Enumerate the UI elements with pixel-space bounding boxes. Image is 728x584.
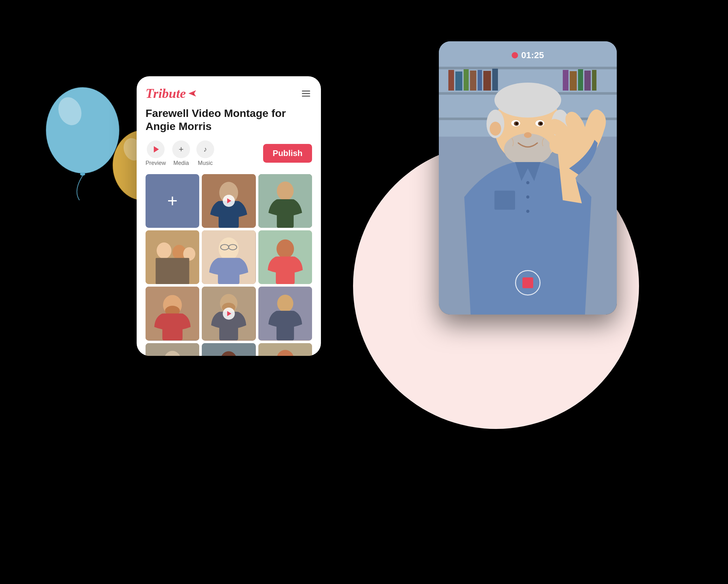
- person-image-3: [146, 230, 199, 284]
- media-item-6[interactable]: [146, 287, 199, 340]
- svg-point-81: [524, 132, 531, 138]
- left-phone-mockup: Tribute Farewell Video Montage for Angie…: [137, 76, 321, 356]
- svg-point-39: [277, 295, 293, 312]
- play-icon: [154, 146, 159, 153]
- add-media-button[interactable]: +: [146, 174, 199, 228]
- svg-rect-58: [470, 71, 476, 90]
- svg-point-72: [490, 122, 501, 136]
- video-title: Farewell Video Montage for Angie Morris: [146, 107, 312, 133]
- recording-indicator: 01:25: [512, 50, 544, 60]
- media-item-4[interactable]: [202, 230, 256, 284]
- svg-rect-56: [456, 72, 462, 90]
- right-phone-mockup: 01:25: [439, 41, 617, 315]
- tribute-logo: Tribute: [146, 86, 197, 101]
- svg-rect-52: [439, 67, 617, 69]
- play-circle-1: [223, 195, 235, 207]
- play-overlay-9: [146, 343, 199, 356]
- phone-header: Tribute: [146, 86, 312, 101]
- svg-rect-57: [464, 69, 469, 90]
- preview-label: Preview: [146, 160, 166, 166]
- svg-rect-61: [492, 69, 498, 90]
- svg-point-28: [277, 239, 294, 258]
- play-overlay-7: [202, 287, 256, 340]
- recording-timer: 01:25: [521, 50, 544, 60]
- music-icon-container: ♪: [197, 140, 214, 158]
- person-image-10: [202, 343, 256, 356]
- media-item-3[interactable]: [146, 230, 199, 284]
- svg-rect-20: [156, 258, 189, 284]
- stop-recording-button[interactable]: [515, 270, 541, 295]
- svg-point-17: [157, 242, 172, 259]
- menu-icon[interactable]: [300, 89, 312, 99]
- media-item-2[interactable]: [258, 174, 312, 228]
- person-image-4: [202, 230, 256, 284]
- media-item-7[interactable]: [202, 287, 256, 340]
- music-button[interactable]: ♪ Music: [197, 140, 214, 166]
- media-label: Media: [174, 160, 189, 166]
- svg-rect-66: [592, 70, 596, 90]
- logo-plane-icon: [188, 89, 197, 98]
- svg-rect-59: [477, 70, 482, 90]
- person-image-5: [258, 230, 312, 284]
- svg-rect-64: [578, 69, 583, 90]
- play-circle-7: [223, 308, 235, 320]
- svg-point-84: [526, 195, 529, 198]
- svg-rect-63: [570, 71, 577, 90]
- tribute-logo-text: Tribute: [146, 86, 186, 101]
- media-item-11[interactable]: [258, 343, 312, 356]
- svg-point-80: [540, 122, 542, 125]
- toolbar: Preview + Media ♪ Music Publish: [146, 140, 312, 166]
- media-item-8[interactable]: [258, 287, 312, 340]
- music-note-icon: ♪: [204, 145, 207, 154]
- music-label: Music: [198, 160, 213, 166]
- media-icon-container: +: [172, 140, 190, 158]
- svg-point-14: [277, 181, 294, 200]
- person-image-8: [258, 287, 312, 340]
- play-arrow-7: [227, 311, 231, 316]
- svg-point-69: [494, 83, 561, 117]
- media-item-1[interactable]: [202, 174, 256, 228]
- svg-rect-60: [483, 71, 491, 90]
- svg-point-83: [526, 181, 529, 184]
- svg-point-74: [504, 133, 552, 165]
- rec-dot: [512, 52, 518, 58]
- stop-square-icon: [522, 277, 533, 288]
- publish-button[interactable]: Publish: [263, 144, 312, 163]
- preview-button[interactable]: Preview: [146, 140, 166, 166]
- svg-point-85: [526, 210, 529, 213]
- plus-icon: +: [179, 144, 183, 154]
- media-item-5[interactable]: [258, 230, 312, 284]
- person-image-11: [258, 343, 312, 356]
- play-overlay-1: [202, 174, 256, 228]
- add-plus-icon: +: [167, 192, 178, 210]
- svg-rect-62: [563, 70, 569, 90]
- svg-rect-82: [494, 191, 515, 210]
- media-item-10[interactable]: [202, 343, 256, 356]
- svg-point-79: [515, 122, 518, 125]
- play-arrow-1: [227, 198, 231, 203]
- preview-icon-container: [147, 140, 164, 158]
- video-screen: 01:25: [439, 41, 617, 315]
- media-item-9[interactable]: [146, 343, 199, 356]
- media-grid: +: [146, 174, 312, 356]
- svg-rect-65: [584, 71, 591, 90]
- person-image-6: [146, 287, 199, 340]
- svg-rect-55: [448, 70, 454, 90]
- media-button[interactable]: + Media: [172, 140, 190, 166]
- person-image-2: [258, 174, 312, 228]
